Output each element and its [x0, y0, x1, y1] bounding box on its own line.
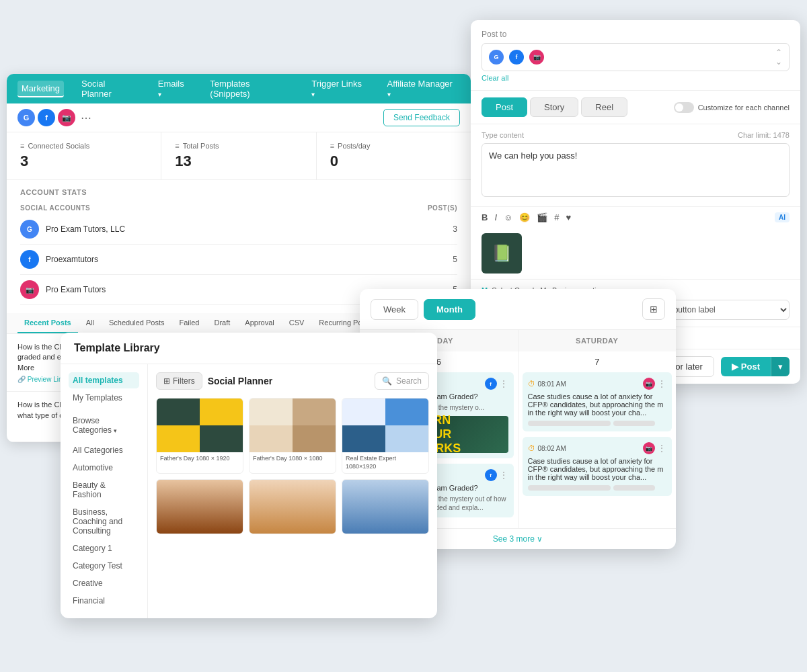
sidebar-all-templates[interactable]: All templates [69, 372, 139, 388]
nav-templates[interactable]: Templates (Snippets) [206, 76, 294, 101]
media-button[interactable]: 🎬 [537, 212, 547, 222]
total-posts-label: ≡ Total Posts [175, 142, 302, 150]
search-icon: 🔍 [382, 376, 392, 386]
emoji-button[interactable]: ☺ [504, 212, 512, 222]
template-card-img-5 [342, 480, 428, 534]
heart-button[interactable]: ♥ [566, 212, 572, 222]
sidebar-browse-categories[interactable]: Browse Categories [69, 413, 139, 438]
template-card-1[interactable]: Father's Day 1080 × 1080 [249, 398, 336, 474]
tab-draft[interactable]: Draft [207, 313, 237, 333]
content-textarea[interactable]: We can help you pass! [482, 143, 790, 197]
tab-all[interactable]: All [79, 313, 101, 333]
template-img-cell-0 [157, 398, 200, 425]
template-card-4[interactable] [249, 479, 336, 534]
template-library-body: All templates My Templates Browse Catego… [61, 364, 437, 618]
posts-col-header: POST(S) [428, 204, 457, 212]
post-button[interactable]: ▶Post [721, 357, 771, 376]
sidebar-all-categories[interactable]: All Categories [69, 442, 139, 458]
tab-failed[interactable]: Failed [173, 313, 206, 333]
fb-icon-toolbar: f [38, 109, 55, 126]
calendar-filter-button[interactable]: ⊞ [642, 298, 665, 320]
saturday-header: SATURDAY [518, 330, 677, 351]
cal-event-sat-0[interactable]: ⏱ 08:01 AM 📷 ⋮ Case studies cause a lot … [523, 372, 672, 431]
customize-switch[interactable] [674, 102, 694, 113]
template-search[interactable]: 🔍 Search [375, 372, 429, 390]
post-to-fb-icon: f [509, 50, 524, 65]
template-card-2[interactable]: Real Estate Expert 1080×1920 [342, 398, 429, 474]
total-posts-card: ≡ Total Posts 13 [161, 132, 316, 179]
sidebar-automotive[interactable]: Automotive [69, 460, 139, 476]
template-library-title: Template Library [61, 333, 437, 364]
nav-social-planner[interactable]: Social Planner [77, 76, 141, 101]
ai-badge: AI [775, 212, 790, 222]
sidebar-beauty[interactable]: Beauty & Fashion [69, 477, 139, 503]
template-card-3[interactable] [156, 479, 243, 534]
tab-csv[interactable]: CSV [282, 313, 311, 333]
customize-toggle: Customize for each channel [674, 102, 790, 113]
saturday-date: 7 [523, 357, 672, 367]
posts-per-day-label: ≡ Posts/day [330, 142, 457, 150]
week-view-button[interactable]: Week [371, 299, 418, 320]
cal-event-dots-fri-0[interactable]: ⋮ [499, 378, 508, 389]
posts-per-day-value: 0 [330, 153, 457, 170]
nav-emails[interactable]: Emails [154, 76, 193, 101]
cal-event-time-sat-0: ⏱ 08:01 AM 📷 ⋮ [528, 378, 667, 390]
google-icon-toolbar: G [17, 109, 35, 126]
template-card-img-1 [249, 398, 336, 452]
tab-recent-posts[interactable]: Recent Posts [17, 313, 78, 333]
post-dropdown-arrow[interactable]: ▾ [771, 357, 790, 376]
char-limit-display: Char limit: 1478 [738, 131, 790, 139]
month-view-button[interactable]: Month [424, 299, 475, 320]
posts-per-day-card: ≡ Posts/day 0 [317, 132, 471, 179]
calendar-header: Week Month ⊞ [360, 289, 676, 330]
post-to-google-icon: G [489, 50, 504, 65]
saturday-column: 7 ⏱ 08:01 AM 📷 ⋮ Case studies cause a lo… [518, 351, 677, 528]
nav-marketing[interactable]: Marketing [17, 81, 64, 97]
toolbar-dots[interactable]: ⋯ [81, 112, 91, 124]
template-library: Template Library All templates My Templa… [61, 333, 437, 618]
italic-button[interactable]: I [494, 212, 497, 222]
tab-post[interactable]: Post [482, 97, 527, 117]
account-stats-title: ACCOUNT STATS [20, 188, 457, 196]
template-grid-row1: Father's Day 1080 × 1920 Father's Day 10… [156, 398, 429, 474]
cal-event-dots-sat-0[interactable]: ⋮ [657, 378, 666, 389]
account-icon-1: f [20, 250, 39, 269]
template-library-main: ⊞ Filters Social Planner 🔍 Search [148, 364, 437, 618]
sidebar-category1[interactable]: Category 1 [69, 540, 139, 556]
connected-socials-card: ≡ Connected Socials 3 [7, 132, 161, 179]
template-card-5[interactable] [342, 479, 429, 534]
template-card-label-1: Father's Day 1080 × 1080 [249, 452, 336, 466]
tab-reel[interactable]: Reel [581, 97, 627, 117]
post-to-accounts[interactable]: G f 📷 ⌃⌄ [482, 43, 790, 71]
filters-button[interactable]: ⊞ Filters [156, 372, 202, 390]
clear-all-link[interactable]: Clear all [482, 71, 790, 85]
tab-scheduled[interactable]: Scheduled Posts [102, 313, 171, 333]
tab-story[interactable]: Story [530, 97, 578, 117]
cal-event-time-sat-1: ⏱ 08:02 AM 📷 ⋮ [528, 442, 667, 454]
account-icon-0: G [20, 220, 39, 239]
hash-button[interactable]: # [554, 212, 559, 222]
template-card-0[interactable]: Father's Day 1080 × 1920 [156, 398, 243, 474]
sidebar-creative[interactable]: Creative [69, 575, 139, 591]
template-img-cell-3 [200, 425, 243, 452]
cal-event-dots-sat-1[interactable]: ⋮ [657, 443, 666, 454]
placeholder-bars-sat-1 [528, 485, 667, 491]
post-btn-group: ▶Post ▾ [721, 357, 790, 376]
sidebar-category-test[interactable]: Category Test [69, 558, 139, 574]
nav-affiliate[interactable]: Affiliate Manager [383, 76, 460, 101]
tab-approval[interactable]: Approval [238, 313, 280, 333]
send-feedback-button[interactable]: Send Feedback [383, 109, 460, 126]
account-stats-header: SOCIAL ACCOUNTS POST(S) [20, 202, 457, 214]
sidebar-my-templates[interactable]: My Templates [69, 390, 139, 406]
nav-trigger-links[interactable]: Trigger Links [307, 76, 369, 101]
sidebar-financial[interactable]: Financial [69, 593, 139, 609]
cal-event-sat-1[interactable]: ⏱ 08:02 AM 📷 ⋮ Case studies cause a lot … [523, 437, 672, 496]
cal-event-dots-fri-1[interactable]: ⋮ [499, 470, 508, 480]
bold-button[interactable]: B [482, 212, 488, 222]
template-img-dad-2 [249, 425, 293, 452]
emoji2-button[interactable]: 😊 [519, 212, 530, 222]
template-img-re-3 [385, 425, 428, 452]
content-area: Type content Char limit: 1478 We can hel… [471, 124, 800, 206]
image-thumb: 📗 [482, 233, 522, 274]
sidebar-business[interactable]: Business, Coaching and Consulting [69, 504, 139, 539]
